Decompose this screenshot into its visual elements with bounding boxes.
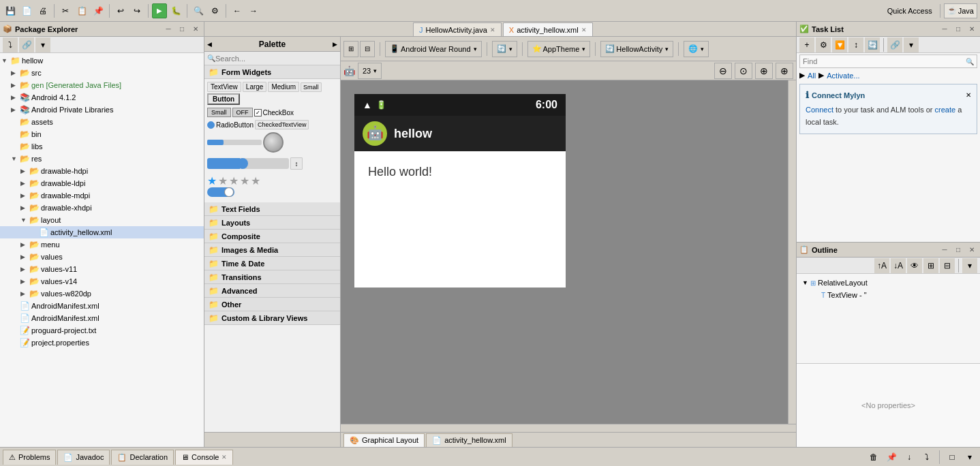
tree-item-drawable-xhdpi[interactable]: ▶ 📂 drawable-xhdpi bbox=[0, 202, 204, 214]
palette-section-images-media[interactable]: 📁 Images & Media bbox=[204, 243, 340, 257]
toolbar-btn-paste[interactable]: 📌 bbox=[91, 3, 106, 18]
orientation-btn[interactable]: 🔄 bbox=[492, 41, 517, 57]
tab-console[interactable]: 🖥 Console ✕ bbox=[175, 450, 233, 465]
tab-javadoc[interactable]: 📄 Javadoc bbox=[57, 450, 110, 465]
task-new-btn[interactable]: + bbox=[799, 37, 814, 52]
palette-section-other[interactable]: 📁 Other bbox=[204, 298, 340, 311]
layout-toggle-btn[interactable]: ⊞ bbox=[343, 41, 358, 57]
palette-section-layouts[interactable]: 📁 Layouts bbox=[204, 216, 340, 230]
zoom-fit-btn[interactable]: ⊕ bbox=[755, 63, 773, 79]
api-level-btn[interactable]: 23 bbox=[358, 63, 382, 79]
widget-large[interactable]: Large bbox=[243, 82, 267, 92]
task-sort-btn[interactable]: ↕ bbox=[848, 37, 863, 52]
outline-sort-btn[interactable]: ↑A bbox=[874, 258, 889, 273]
task-refresh-btn[interactable]: 🔄 bbox=[865, 37, 880, 52]
layout-toggle-btn-2[interactable]: ⊟ bbox=[360, 41, 375, 57]
palette-section-time-date[interactable]: 📁 Time & Date bbox=[204, 257, 340, 270]
tree-item-values[interactable]: ▶ 📂 values bbox=[0, 251, 204, 263]
theme-selector-btn[interactable]: ⭐ AppTheme bbox=[527, 41, 591, 57]
switch-widget[interactable] bbox=[207, 187, 234, 197]
tab-problems[interactable]: ⚠ Problems bbox=[3, 450, 56, 465]
widget-button[interactable]: Button bbox=[207, 93, 240, 105]
maximize-task-btn[interactable]: □ bbox=[953, 24, 964, 35]
tab-declaration[interactable]: 📋 Declaration bbox=[111, 450, 174, 465]
tab-activity-hellow-xml[interactable]: 📄 activity_hellow.xml bbox=[426, 433, 512, 447]
all-link[interactable]: All bbox=[808, 72, 816, 80]
palette-section-transitions[interactable]: 📁 Transitions bbox=[204, 270, 340, 284]
canvas-scrollbar-v[interactable] bbox=[788, 80, 796, 424]
maximize-outline-btn[interactable]: □ bbox=[953, 245, 964, 255]
tree-item-menu[interactable]: ▶ 📂 menu bbox=[0, 238, 204, 251]
activate-link[interactable]: Activate... bbox=[827, 72, 859, 80]
link-editor-btn[interactable]: 🔗 bbox=[19, 37, 34, 52]
tree-item-androidmanifest[interactable]: 📄 AndroidManifest.xml bbox=[0, 312, 204, 324]
tree-item-gen[interactable]: ▶ 📂 gen [Generated Java Files] bbox=[0, 79, 204, 91]
tree-item-project-props[interactable]: 📝 project.properties bbox=[0, 337, 204, 349]
canvas-scrollbar-h[interactable] bbox=[341, 424, 796, 432]
tab-graphical-layout[interactable]: 🎨 Graphical Layout bbox=[343, 433, 425, 447]
minimize-outline-btn[interactable]: ─ bbox=[939, 245, 950, 255]
palette-section-advanced[interactable]: 📁 Advanced bbox=[204, 284, 340, 298]
console-menu-btn[interactable]: ▾ bbox=[962, 450, 977, 465]
palette-section-text-fields[interactable]: 📁 Text Fields bbox=[204, 202, 340, 216]
outline-sort2-btn[interactable]: ↓A bbox=[891, 258, 906, 273]
outline-expand-btn[interactable]: ⊞ bbox=[923, 258, 938, 273]
palette-search-input[interactable] bbox=[215, 55, 337, 63]
tree-item-proguard[interactable]: 📝 proguard-project.txt bbox=[0, 324, 204, 337]
find-input[interactable] bbox=[803, 57, 966, 65]
widget-medium[interactable]: Medium bbox=[268, 82, 299, 92]
outline-hide-btn[interactable]: 👁 bbox=[907, 258, 922, 273]
toolbar-btn-print[interactable]: 🖨 bbox=[35, 3, 50, 18]
outline-menu-btn[interactable]: ▾ bbox=[962, 258, 977, 273]
task-link-btn[interactable]: 🔗 bbox=[887, 37, 902, 52]
toolbar-btn-debug[interactable]: 🐛 bbox=[168, 3, 183, 18]
toggle-off-btn[interactable]: OFF bbox=[232, 108, 253, 117]
tree-item-assets[interactable]: 📂 assets bbox=[0, 116, 204, 128]
console-scroll2-btn[interactable]: ⤵ bbox=[919, 450, 934, 465]
tree-item-drawable-ldpi[interactable]: ▶ 📂 drawable-ldpi bbox=[0, 177, 204, 189]
toolbar-btn-copy[interactable]: 📋 bbox=[74, 3, 89, 18]
toolbar-btn-redo[interactable]: ↪ bbox=[129, 3, 144, 18]
java-perspective-btn[interactable]: ☕ Java bbox=[944, 3, 977, 18]
toolbar-btn-run[interactable]: ▶ bbox=[152, 3, 167, 18]
toggle-small-btn[interactable]: Small bbox=[207, 108, 231, 117]
task-settings-btn[interactable]: ⚙ bbox=[816, 37, 831, 52]
ratingbar-widget[interactable]: ★ ★ ★ ★ ★ bbox=[207, 174, 337, 187]
toolbar-btn-cut[interactable]: ✂ bbox=[58, 3, 73, 18]
palette-section-form-widgets[interactable]: 📁 Form Widgets bbox=[204, 65, 340, 79]
tree-item-src[interactable]: ▶ 📂 src bbox=[0, 67, 204, 79]
task-filter-btn[interactable]: 🔽 bbox=[832, 37, 847, 52]
close-connect-mylyn-btn[interactable]: ✕ bbox=[966, 91, 971, 99]
tab-activity-hellow[interactable]: X activity_hellow.xml ✕ bbox=[503, 22, 593, 36]
widget-textview[interactable]: TextView bbox=[207, 82, 241, 92]
tree-item-values-w820dp[interactable]: ▶ 📂 values-w820dp bbox=[0, 288, 204, 300]
create-link[interactable]: create bbox=[935, 106, 956, 114]
outline-item-relative-layout[interactable]: ▼ ⊞ RelativeLayout bbox=[799, 277, 977, 289]
close-task-btn[interactable]: ✕ bbox=[966, 24, 977, 35]
tree-item-androidmanifest-main[interactable]: 📄 AndroidManifest.xml bbox=[0, 300, 204, 312]
tree-item-drawable-hdpi[interactable]: ▶ 📂 drawable-hdpi bbox=[0, 165, 204, 177]
toolbar-btn-undo[interactable]: ↩ bbox=[113, 3, 128, 18]
collapse-all-btn[interactable]: ⤵ bbox=[3, 37, 18, 52]
console-pin-btn[interactable]: 📌 bbox=[884, 450, 899, 465]
view-menu-btn[interactable]: ▾ bbox=[35, 37, 50, 52]
tree-item-values-v11[interactable]: ▶ 📂 values-v11 bbox=[0, 263, 204, 275]
radio-widget[interactable]: RadioButton bbox=[207, 121, 254, 129]
maximize-package-explorer-btn[interactable]: □ bbox=[177, 24, 187, 35]
tree-item-drawable-mdpi[interactable]: ▶ 📂 drawable-mdpi bbox=[0, 189, 204, 202]
close-package-explorer-btn[interactable]: ✕ bbox=[190, 24, 201, 35]
minimize-task-btn[interactable]: ─ bbox=[939, 24, 950, 35]
tab-hellow-activity[interactable]: J HellowActivity.java ✕ bbox=[413, 22, 502, 36]
locale-btn[interactable]: 🌐 bbox=[684, 41, 709, 57]
tree-item-layout[interactable]: ▼ 📂 layout bbox=[0, 214, 204, 226]
console-maximize-btn[interactable]: □ bbox=[945, 450, 960, 465]
palette-expand-arrow[interactable]: ▶ bbox=[333, 41, 337, 48]
tree-item-values-v14[interactable]: ▶ 📂 values-v14 bbox=[0, 275, 204, 288]
console-scroll-btn[interactable]: ↓ bbox=[902, 450, 917, 465]
knob-widget[interactable] bbox=[263, 132, 284, 153]
widget-checked-text[interactable]: CheckedTextView bbox=[255, 120, 309, 129]
widget-small-text[interactable]: Small bbox=[301, 82, 322, 92]
seekbar-widget[interactable] bbox=[207, 158, 289, 169]
close-outline-btn[interactable]: ✕ bbox=[966, 245, 977, 255]
tab-activity-close[interactable]: ✕ bbox=[581, 27, 587, 33]
